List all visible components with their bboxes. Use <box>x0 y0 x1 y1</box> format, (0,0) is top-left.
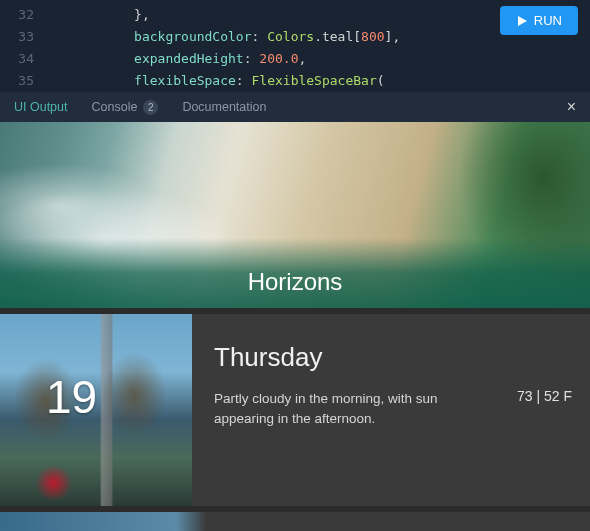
card-weekday: Thursday <box>214 342 568 373</box>
tab-label: UI Output <box>14 100 68 114</box>
card-thumbnail: 19 <box>0 314 192 506</box>
line-number: 32 <box>0 4 48 26</box>
close-icon[interactable]: × <box>567 98 576 116</box>
code-editor[interactable]: 32 },33 backgroundColor: Colors.teal[800… <box>0 0 590 92</box>
card-body: Thursday Partly cloudy in the morning, w… <box>192 314 590 506</box>
app-bar: Horizons <box>0 122 590 308</box>
tab-documentation[interactable]: Documentation <box>182 100 266 114</box>
ui-preview-pane[interactable]: Horizons 19 Thursday Partly cloudy in th… <box>0 122 590 531</box>
code-content[interactable]: backgroundColor: Colors.teal[800], <box>48 26 400 48</box>
tab-console[interactable]: Console 2 <box>92 100 159 115</box>
code-content[interactable]: flexibleSpace: FlexibleSpaceBar( <box>48 70 385 92</box>
line-number: 35 <box>0 70 48 92</box>
code-line[interactable]: 35 flexibleSpace: FlexibleSpaceBar( <box>0 70 590 92</box>
run-button-label: RUN <box>534 13 562 28</box>
card-description: Partly cloudy in the morning, with sun a… <box>214 389 494 428</box>
line-number: 34 <box>0 48 48 70</box>
day-number: 19 <box>46 370 97 424</box>
tab-label: Console <box>92 100 138 114</box>
weather-card[interactable]: 19 Thursday Partly cloudy in the morning… <box>0 314 590 506</box>
app-bar-title: Horizons <box>248 268 343 296</box>
run-button[interactable]: RUN <box>500 6 578 35</box>
play-icon <box>516 15 528 27</box>
tab-ui-output[interactable]: UI Output <box>14 100 68 114</box>
code-content[interactable]: expandedHeight: 200.0, <box>48 48 306 70</box>
weather-card[interactable] <box>0 512 590 531</box>
code-line[interactable]: 34 expandedHeight: 200.0, <box>0 48 590 70</box>
console-badge: 2 <box>143 100 158 115</box>
card-temperature: 73 | 52 F <box>517 388 572 404</box>
code-content[interactable]: }, <box>48 4 150 26</box>
tab-label: Documentation <box>182 100 266 114</box>
line-number: 33 <box>0 26 48 48</box>
hero-overlay: Horizons <box>0 238 590 308</box>
output-tab-bar: UI Output Console 2 Documentation × <box>0 92 590 122</box>
